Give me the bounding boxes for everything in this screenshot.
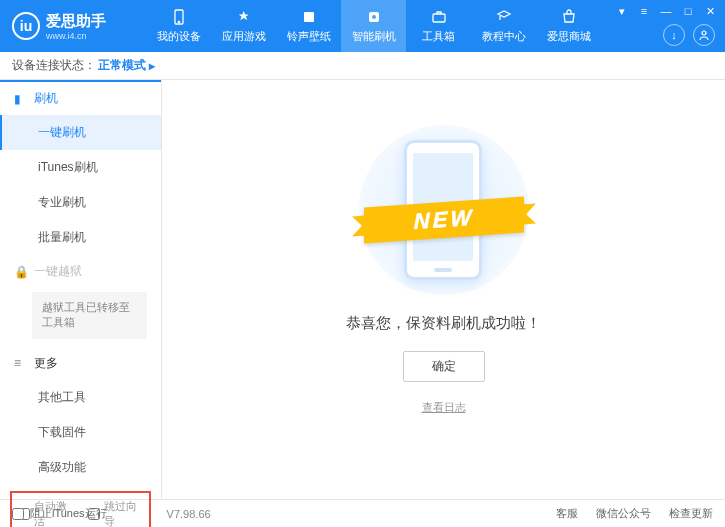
phone-icon [170,8,188,26]
nav-flash[interactable]: 智能刷机 [341,0,406,52]
nav-label: 爱思商城 [547,29,591,44]
nav-label: 智能刷机 [352,29,396,44]
close-icon[interactable]: ✕ [703,4,717,18]
sidebar-item-download[interactable]: 下载固件 [0,415,161,450]
update-link[interactable]: 检查更新 [669,506,713,521]
svg-point-6 [702,31,706,35]
section-title: 刷机 [34,90,58,107]
sidebar-item-oneclick[interactable]: 一键刷机 [0,115,161,150]
svg-rect-5 [433,14,445,22]
ok-button[interactable]: 确定 [403,351,485,382]
tutorial-icon [495,8,513,26]
nav-my-device[interactable]: 我的设备 [146,0,211,52]
menu-icon[interactable]: ≡ [637,4,651,18]
checkbox-block-itunes[interactable]: 阻止iTunes运行 [12,506,107,521]
header: iu 爱思助手 www.i4.cn 我的设备 应用游戏 铃声壁纸 智能刷机 工具… [0,0,725,52]
main: ▮ 刷机 一键刷机 iTunes刷机 专业刷机 批量刷机 🔒 一键越狱 越狱工具… [0,80,725,499]
status-bar: 设备连接状态： 正常模式 ▸ [0,52,725,80]
content: NEW 恭喜您，保资料刷机成功啦！ 确定 查看日志 [162,80,725,499]
sidebar-section-jailbreak: 🔒 一键越狱 [0,255,161,288]
nav-label: 应用游戏 [222,29,266,44]
version: V7.98.66 [167,508,211,520]
support-link[interactable]: 客服 [556,506,578,521]
dropdown-icon[interactable]: ▾ [615,4,629,18]
toolbox-icon [430,8,448,26]
lock-icon: 🔒 [14,265,28,279]
logo-icon: iu [12,12,40,40]
success-illustration: NEW [354,130,534,290]
nav-ringtone[interactable]: 铃声壁纸 [276,0,341,52]
wechat-link[interactable]: 微信公众号 [596,506,651,521]
user-button[interactable] [693,24,715,46]
sidebar: ▮ 刷机 一键刷机 iTunes刷机 专业刷机 批量刷机 🔒 一键越狱 越狱工具… [0,80,162,499]
nav-label: 教程中心 [482,29,526,44]
success-message: 恭喜您，保资料刷机成功啦！ [346,314,541,333]
maximize-icon[interactable]: □ [681,4,695,18]
logo-name: 爱思助手 [46,12,106,31]
ringtone-icon [300,8,318,26]
section-title: 更多 [34,355,58,372]
app-icon [235,8,253,26]
jailbreak-note: 越狱工具已转移至工具箱 [32,292,147,339]
sidebar-section-more[interactable]: ≡ 更多 [0,347,161,380]
svg-point-4 [372,15,376,19]
nav-label: 铃声壁纸 [287,29,331,44]
status-value: 正常模式 ▸ [98,57,155,74]
nav-store[interactable]: 爱思商城 [536,0,601,52]
download-button[interactable]: ↓ [663,24,685,46]
minimize-icon[interactable]: — [659,4,673,18]
nav-apps[interactable]: 应用游戏 [211,0,276,52]
more-icon: ≡ [14,356,28,370]
flash-icon [365,8,383,26]
window-controls: ▾ ≡ — □ ✕ [615,4,717,18]
svg-point-1 [178,21,179,22]
sidebar-item-batch[interactable]: 批量刷机 [0,220,161,255]
user-controls: ↓ [663,24,715,46]
logo[interactable]: iu 爱思助手 www.i4.cn [0,12,146,41]
status-label: 设备连接状态： [12,57,96,74]
store-icon [560,8,578,26]
svg-rect-2 [304,12,314,22]
nav-tutorial[interactable]: 教程中心 [471,0,536,52]
main-nav: 我的设备 应用游戏 铃声壁纸 智能刷机 工具箱 教程中心 爱思商城 [146,0,601,52]
sidebar-item-itunes[interactable]: iTunes刷机 [0,150,161,185]
sidebar-item-pro[interactable]: 专业刷机 [0,185,161,220]
section-title: 一键越狱 [34,263,82,280]
sidebar-item-advanced[interactable]: 高级功能 [0,450,161,485]
nav-toolbox[interactable]: 工具箱 [406,0,471,52]
nav-label: 工具箱 [422,29,455,44]
phone-icon: ▮ [14,92,28,106]
sidebar-section-flash[interactable]: ▮ 刷机 [0,80,161,115]
sidebar-item-othertools[interactable]: 其他工具 [0,380,161,415]
logo-url: www.i4.cn [46,31,106,41]
nav-label: 我的设备 [157,29,201,44]
view-log-link[interactable]: 查看日志 [422,400,466,415]
